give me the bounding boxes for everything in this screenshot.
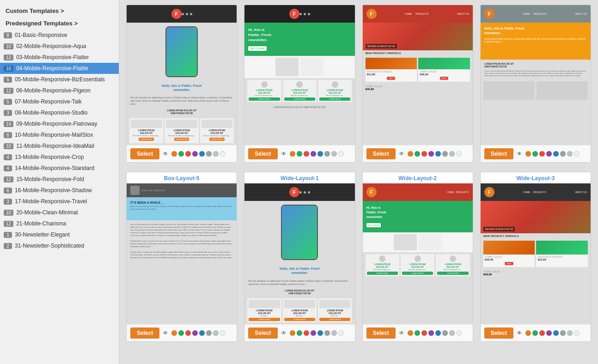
swatch-blue[interactable] xyxy=(435,151,441,157)
swatch-purple[interactable] xyxy=(311,151,316,157)
swatch-gray[interactable] xyxy=(442,151,448,157)
swatch-green[interactable] xyxy=(297,330,302,336)
swatch-purple[interactable] xyxy=(428,330,434,336)
swatch-lightgray[interactable] xyxy=(331,330,337,336)
swatch-gray[interactable] xyxy=(324,151,330,157)
sidebar-item-17[interactable]: 3 17-Mobile-Responsive-Travel xyxy=(0,196,119,207)
eye-icon-wide1[interactable]: 👁 xyxy=(280,329,287,337)
swatch-green[interactable] xyxy=(178,330,184,336)
swatch-green[interactable] xyxy=(415,330,420,336)
sidebar-item-03[interactable]: 12 03-Mobile-Responsive-Flatter xyxy=(0,52,119,63)
swatch-red[interactable] xyxy=(421,330,427,336)
swatch-blue[interactable] xyxy=(435,330,441,336)
swatch-lightgray[interactable] xyxy=(449,151,455,157)
swatch-orange[interactable] xyxy=(171,151,177,157)
sidebar-item-09[interactable]: 14 09-Mobile-Responsive-Flatroway xyxy=(0,118,119,129)
select-button-yellow[interactable]: Select xyxy=(484,148,513,159)
swatch-white[interactable] xyxy=(456,330,462,336)
swatch-green[interactable] xyxy=(532,151,538,157)
eye-icon-food[interactable]: 👁 xyxy=(398,150,405,158)
sidebar-item-20[interactable]: 10 20-Mobile-Clean-Minimal xyxy=(0,207,119,218)
swatch-gray[interactable] xyxy=(560,151,566,157)
swatch-white[interactable] xyxy=(574,330,580,336)
swatch-lightgray[interactable] xyxy=(567,151,573,157)
swatch-orange[interactable] xyxy=(525,151,531,157)
swatch-orange[interactable] xyxy=(408,330,413,336)
predesigned-templates-header[interactable]: Predesigned Templates > xyxy=(0,17,119,30)
swatch-green[interactable] xyxy=(178,151,184,157)
custom-templates-header[interactable]: Custom Templates > xyxy=(0,5,119,17)
sidebar-item-13[interactable]: 4 13-Mobile-Responsive-Crop xyxy=(0,152,119,163)
swatch-purple[interactable] xyxy=(546,330,552,336)
sidebar-item-15[interactable]: 12 15-Mobile-Responsive-Fold xyxy=(0,174,119,185)
sidebar-item-05[interactable]: 5 05-Mobile-Responsive-BizEssentials xyxy=(0,74,119,85)
swatch-lightgray[interactable] xyxy=(449,330,455,336)
sidebar-item-14[interactable]: 4 14-Mobile-Responsive-Standard xyxy=(0,163,119,174)
swatch-white[interactable] xyxy=(220,330,226,336)
swatch-blue[interactable] xyxy=(199,151,205,157)
sidebar-item-08[interactable]: 3 08-Mobile-Responsive-Studio xyxy=(0,107,119,118)
swatch-white[interactable] xyxy=(338,151,344,157)
eye-icon-box5[interactable]: 👁 xyxy=(162,329,169,337)
swatch-white[interactable] xyxy=(574,151,580,157)
sidebar-item-02[interactable]: 10 02-Mobile-Responsive-Aqua xyxy=(0,41,119,52)
eye-icon-04-v1[interactable]: 👁 xyxy=(162,150,169,158)
swatch-gray[interactable] xyxy=(324,330,330,336)
swatch-red[interactable] xyxy=(304,330,309,336)
swatch-white[interactable] xyxy=(338,330,344,336)
eye-icon-yellow[interactable]: 👁 xyxy=(516,150,523,158)
sidebar-item-07[interactable]: 5 07-Mobile-Responsive-Talk xyxy=(0,96,119,107)
swatch-red[interactable] xyxy=(421,151,427,157)
swatch-lightgray[interactable] xyxy=(213,151,219,157)
swatch-red[interactable] xyxy=(304,151,309,157)
swatch-blue[interactable] xyxy=(199,330,205,336)
eye-icon-04-v2[interactable]: 👁 xyxy=(280,150,287,158)
swatch-orange[interactable] xyxy=(171,330,177,336)
sidebar-item-10[interactable]: 6 10-Mobile-Responsive-MailStox xyxy=(0,129,119,140)
sidebar-item-01[interactable]: 8 01-Basic-Responsive xyxy=(0,30,119,41)
sidebar-item-16[interactable]: 6 16-Mobile-Responsive-Shadow xyxy=(0,185,119,196)
swatch-lightgray[interactable] xyxy=(567,330,573,336)
swatch-green[interactable] xyxy=(297,151,302,157)
swatch-red[interactable] xyxy=(539,151,545,157)
select-button-food[interactable]: Select xyxy=(366,148,396,159)
eye-icon-wide2[interactable]: 👁 xyxy=(398,329,405,337)
swatch-white[interactable] xyxy=(220,151,226,157)
eye-icon-wide3[interactable]: 👁 xyxy=(516,329,523,337)
swatch-lightgray[interactable] xyxy=(331,151,337,157)
swatch-red[interactable] xyxy=(185,330,191,336)
select-button-wide3[interactable]: Select xyxy=(484,328,513,339)
swatch-orange[interactable] xyxy=(525,330,531,336)
swatch-purple[interactable] xyxy=(192,151,198,157)
select-button-04-v2[interactable]: Select xyxy=(248,148,277,159)
swatch-gray[interactable] xyxy=(442,330,448,336)
select-button-04-v1[interactable]: Select xyxy=(130,148,159,159)
swatch-green[interactable] xyxy=(415,151,420,157)
swatch-blue[interactable] xyxy=(553,330,559,336)
swatch-blue[interactable] xyxy=(317,330,323,336)
swatch-orange[interactable] xyxy=(408,151,413,157)
swatch-purple[interactable] xyxy=(428,151,434,157)
swatch-white[interactable] xyxy=(456,151,462,157)
swatch-purple[interactable] xyxy=(192,330,198,336)
swatch-purple[interactable] xyxy=(546,151,552,157)
select-button-box5[interactable]: Select xyxy=(130,328,159,339)
swatch-gray[interactable] xyxy=(560,330,566,336)
select-button-wide1[interactable]: Select xyxy=(248,328,277,339)
sidebar-item-04[interactable]: 10 04-Mobile-Responsive-Flattie xyxy=(0,63,119,74)
swatch-gray[interactable] xyxy=(206,330,212,336)
swatch-blue[interactable] xyxy=(317,151,323,157)
sidebar-item-30[interactable]: 1 30-Newsletter-Elegant xyxy=(0,229,119,240)
swatch-red[interactable] xyxy=(185,151,191,157)
swatch-purple[interactable] xyxy=(311,330,316,336)
swatch-orange[interactable] xyxy=(290,330,295,336)
select-button-wide2[interactable]: Select xyxy=(366,328,396,339)
sidebar-item-06[interactable]: 12 06-Mobile-Responsive-Pigeon xyxy=(0,85,119,96)
swatch-gray[interactable] xyxy=(206,151,212,157)
sidebar-item-11[interactable]: 10 11-Mobile-Responsive-IdeaMail xyxy=(0,140,119,152)
sidebar-item-31[interactable]: 2 31-Newsletter-Sophisticated xyxy=(0,240,119,251)
swatch-blue[interactable] xyxy=(553,151,559,157)
swatch-orange[interactable] xyxy=(290,151,295,157)
swatch-green[interactable] xyxy=(532,330,538,336)
swatch-red[interactable] xyxy=(539,330,545,336)
